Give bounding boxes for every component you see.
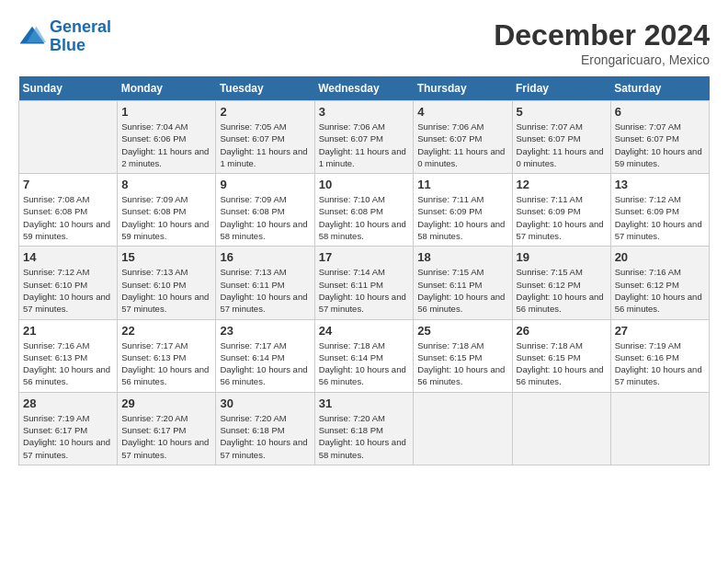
day-info: Sunrise: 7:16 AMSunset: 6:12 PMDaylight:… bbox=[615, 266, 705, 315]
day-number: 8 bbox=[121, 178, 211, 191]
day-number: 23 bbox=[220, 324, 310, 338]
day-number: 13 bbox=[615, 178, 705, 191]
calendar-cell: 6Sunrise: 7:07 AMSunset: 6:07 PMDaylight… bbox=[610, 101, 709, 174]
calendar-header-saturday: Saturday bbox=[610, 76, 709, 101]
day-number: 19 bbox=[517, 250, 607, 264]
day-info: Sunrise: 7:18 AMSunset: 6:14 PMDaylight:… bbox=[319, 339, 410, 388]
day-number: 24 bbox=[319, 324, 410, 338]
calendar-cell: 11Sunrise: 7:11 AMSunset: 6:09 PMDayligh… bbox=[414, 174, 512, 247]
calendar-cell: 17Sunrise: 7:14 AMSunset: 6:11 PMDayligh… bbox=[314, 247, 414, 319]
day-number: 30 bbox=[220, 396, 310, 410]
day-number: 11 bbox=[417, 178, 507, 191]
day-info: Sunrise: 7:14 AMSunset: 6:11 PMDaylight:… bbox=[319, 266, 410, 315]
day-number: 18 bbox=[417, 250, 507, 264]
calendar-cell: 25Sunrise: 7:18 AMSunset: 6:15 PMDayligh… bbox=[414, 319, 512, 392]
day-info: Sunrise: 7:13 AMSunset: 6:10 PMDaylight:… bbox=[121, 266, 211, 315]
day-number: 7 bbox=[23, 178, 113, 191]
calendar-cell bbox=[19, 101, 118, 174]
day-number: 28 bbox=[23, 396, 113, 410]
day-number: 9 bbox=[220, 178, 310, 191]
logo: General Blue bbox=[18, 18, 111, 55]
calendar-cell: 10Sunrise: 7:10 AMSunset: 6:08 PMDayligh… bbox=[314, 174, 414, 247]
calendar-week-row: 1Sunrise: 7:04 AMSunset: 6:06 PMDaylight… bbox=[19, 101, 710, 174]
day-number: 2 bbox=[220, 105, 310, 119]
day-info: Sunrise: 7:09 AMSunset: 6:08 PMDaylight:… bbox=[220, 193, 310, 242]
day-info: Sunrise: 7:06 AMSunset: 6:07 PMDaylight:… bbox=[319, 121, 410, 169]
page-title: December 2024 bbox=[494, 18, 710, 52]
day-info: Sunrise: 7:17 AMSunset: 6:13 PMDaylight:… bbox=[121, 339, 211, 388]
calendar-cell: 1Sunrise: 7:04 AMSunset: 6:06 PMDaylight… bbox=[118, 101, 216, 174]
day-number: 5 bbox=[517, 105, 607, 119]
day-number: 20 bbox=[615, 250, 705, 264]
calendar-week-row: 7Sunrise: 7:08 AMSunset: 6:08 PMDaylight… bbox=[19, 174, 710, 247]
day-number: 14 bbox=[23, 250, 113, 264]
calendar-cell: 29Sunrise: 7:20 AMSunset: 6:17 PMDayligh… bbox=[118, 392, 216, 465]
calendar-cell: 28Sunrise: 7:19 AMSunset: 6:17 PMDayligh… bbox=[19, 392, 118, 465]
day-info: Sunrise: 7:15 AMSunset: 6:11 PMDaylight:… bbox=[417, 266, 507, 315]
calendar-cell: 7Sunrise: 7:08 AMSunset: 6:08 PMDaylight… bbox=[19, 174, 118, 247]
calendar-cell: 9Sunrise: 7:09 AMSunset: 6:08 PMDaylight… bbox=[216, 174, 314, 247]
page-subtitle: Erongaricuaro, Mexico bbox=[494, 52, 710, 67]
day-number: 29 bbox=[121, 396, 211, 410]
day-info: Sunrise: 7:16 AMSunset: 6:13 PMDaylight:… bbox=[23, 339, 113, 388]
calendar-cell: 30Sunrise: 7:20 AMSunset: 6:18 PMDayligh… bbox=[216, 392, 314, 465]
calendar-week-row: 28Sunrise: 7:19 AMSunset: 6:17 PMDayligh… bbox=[19, 392, 710, 465]
page-header: General Blue December 2024 Erongaricuaro… bbox=[18, 18, 710, 67]
calendar-cell: 24Sunrise: 7:18 AMSunset: 6:14 PMDayligh… bbox=[314, 319, 414, 392]
day-info: Sunrise: 7:20 AMSunset: 6:18 PMDaylight:… bbox=[220, 412, 310, 461]
day-info: Sunrise: 7:17 AMSunset: 6:14 PMDaylight:… bbox=[220, 339, 310, 388]
day-info: Sunrise: 7:04 AMSunset: 6:06 PMDaylight:… bbox=[121, 121, 211, 169]
calendar-cell: 18Sunrise: 7:15 AMSunset: 6:11 PMDayligh… bbox=[414, 247, 512, 319]
calendar-cell: 20Sunrise: 7:16 AMSunset: 6:12 PMDayligh… bbox=[610, 247, 709, 319]
calendar-cell bbox=[610, 392, 709, 465]
day-info: Sunrise: 7:11 AMSunset: 6:09 PMDaylight:… bbox=[417, 193, 507, 242]
logo-line1: General bbox=[50, 17, 111, 36]
calendar-header-row: SundayMondayTuesdayWednesdayThursdayFrid… bbox=[19, 76, 710, 101]
day-number: 27 bbox=[615, 324, 705, 338]
day-info: Sunrise: 7:12 AMSunset: 6:09 PMDaylight:… bbox=[615, 193, 705, 242]
day-info: Sunrise: 7:18 AMSunset: 6:15 PMDaylight:… bbox=[517, 339, 607, 388]
logo-icon bbox=[18, 23, 46, 51]
day-info: Sunrise: 7:13 AMSunset: 6:11 PMDaylight:… bbox=[220, 266, 310, 315]
calendar-cell: 13Sunrise: 7:12 AMSunset: 6:09 PMDayligh… bbox=[610, 174, 709, 247]
day-info: Sunrise: 7:19 AMSunset: 6:17 PMDaylight:… bbox=[23, 412, 113, 461]
day-info: Sunrise: 7:12 AMSunset: 6:10 PMDaylight:… bbox=[23, 266, 113, 315]
calendar-cell: 21Sunrise: 7:16 AMSunset: 6:13 PMDayligh… bbox=[19, 319, 118, 392]
calendar-week-row: 14Sunrise: 7:12 AMSunset: 6:10 PMDayligh… bbox=[19, 247, 710, 319]
day-info: Sunrise: 7:18 AMSunset: 6:15 PMDaylight:… bbox=[417, 339, 507, 388]
calendar-header-wednesday: Wednesday bbox=[314, 76, 414, 101]
calendar-cell: 14Sunrise: 7:12 AMSunset: 6:10 PMDayligh… bbox=[19, 247, 118, 319]
calendar-cell: 5Sunrise: 7:07 AMSunset: 6:07 PMDaylight… bbox=[512, 101, 610, 174]
day-info: Sunrise: 7:07 AMSunset: 6:07 PMDaylight:… bbox=[615, 121, 705, 169]
day-number: 17 bbox=[319, 250, 410, 264]
calendar-header-monday: Monday bbox=[118, 76, 216, 101]
day-number: 26 bbox=[517, 324, 607, 338]
calendar-cell: 3Sunrise: 7:06 AMSunset: 6:07 PMDaylight… bbox=[314, 101, 414, 174]
calendar-header-tuesday: Tuesday bbox=[216, 76, 314, 101]
day-info: Sunrise: 7:20 AMSunset: 6:17 PMDaylight:… bbox=[121, 412, 211, 461]
calendar-cell: 12Sunrise: 7:11 AMSunset: 6:09 PMDayligh… bbox=[512, 174, 610, 247]
day-info: Sunrise: 7:20 AMSunset: 6:18 PMDaylight:… bbox=[319, 412, 410, 461]
calendar-cell bbox=[414, 392, 512, 465]
title-block: December 2024 Erongaricuaro, Mexico bbox=[494, 18, 710, 67]
day-number: 25 bbox=[417, 324, 507, 338]
day-number: 22 bbox=[121, 324, 211, 338]
calendar-cell: 19Sunrise: 7:15 AMSunset: 6:12 PMDayligh… bbox=[512, 247, 610, 319]
day-number: 10 bbox=[319, 178, 410, 191]
calendar-cell: 26Sunrise: 7:18 AMSunset: 6:15 PMDayligh… bbox=[512, 319, 610, 392]
logo-text: General Blue bbox=[50, 18, 111, 55]
day-info: Sunrise: 7:11 AMSunset: 6:09 PMDaylight:… bbox=[517, 193, 607, 242]
calendar-cell: 27Sunrise: 7:19 AMSunset: 6:16 PMDayligh… bbox=[610, 319, 709, 392]
day-info: Sunrise: 7:06 AMSunset: 6:07 PMDaylight:… bbox=[417, 121, 507, 169]
calendar-cell bbox=[512, 392, 610, 465]
logo-line2: Blue bbox=[50, 36, 85, 54]
day-number: 16 bbox=[220, 250, 310, 264]
day-number: 3 bbox=[319, 105, 410, 119]
calendar-cell: 23Sunrise: 7:17 AMSunset: 6:14 PMDayligh… bbox=[216, 319, 314, 392]
calendar-cell: 15Sunrise: 7:13 AMSunset: 6:10 PMDayligh… bbox=[118, 247, 216, 319]
calendar-cell: 4Sunrise: 7:06 AMSunset: 6:07 PMDaylight… bbox=[414, 101, 512, 174]
day-number: 21 bbox=[23, 324, 113, 338]
day-number: 31 bbox=[319, 396, 410, 410]
day-info: Sunrise: 7:09 AMSunset: 6:08 PMDaylight:… bbox=[121, 193, 211, 242]
day-info: Sunrise: 7:10 AMSunset: 6:08 PMDaylight:… bbox=[319, 193, 410, 242]
